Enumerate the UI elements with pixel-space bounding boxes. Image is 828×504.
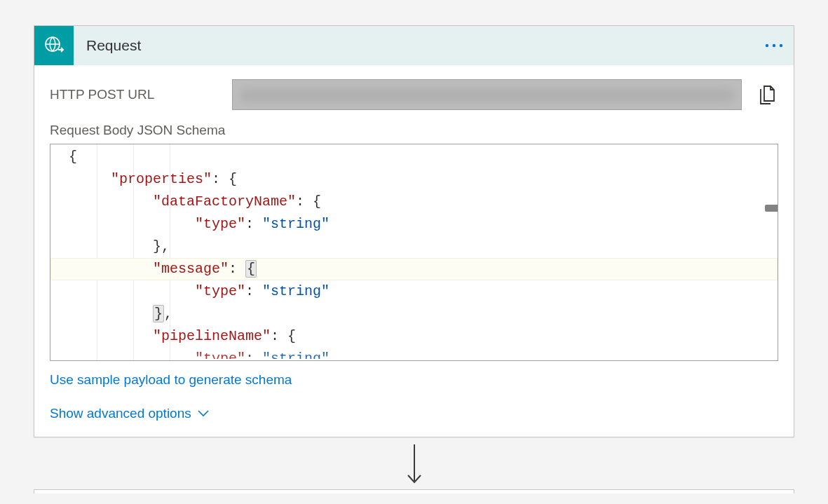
code-line: "dataFactoryName": { [50, 191, 778, 213]
show-advanced-options-toggle[interactable]: Show advanced options [50, 406, 778, 421]
more-menu-button[interactable] [754, 26, 794, 65]
code-line: "pipelineName": { [50, 325, 778, 348]
code-line: "properties": { [50, 168, 778, 191]
card-title: Request [74, 26, 754, 65]
scroll-thumb-icon[interactable] [765, 205, 778, 212]
code-line: "type": "string" [50, 348, 778, 359]
advanced-label: Show advanced options [50, 406, 191, 421]
http-post-url-field[interactable] [232, 79, 742, 110]
code-line: "message": { [50, 258, 778, 280]
request-trigger-card: Request HTTP POST URL [34, 25, 794, 437]
svg-point-1 [766, 44, 768, 47]
code-line: }, [50, 303, 778, 325]
svg-point-3 [780, 44, 782, 47]
chevron-down-icon [197, 409, 210, 418]
globe-request-icon [34, 26, 74, 65]
code-line: "type": "string" [50, 280, 778, 303]
json-schema-editor[interactable]: { "properties": { "dataFactoryName": { "… [50, 144, 778, 361]
next-card [34, 489, 794, 493]
schema-label: Request Body JSON Schema [50, 123, 778, 138]
svg-point-2 [773, 44, 775, 47]
url-value-obscured [240, 88, 734, 102]
code-line: "type": "string" [50, 213, 778, 236]
card-header[interactable]: Request [34, 26, 794, 65]
code-line: }, [50, 236, 778, 258]
copy-url-button[interactable] [756, 83, 778, 106]
http-post-url-label: HTTP POST URL [50, 87, 218, 102]
use-sample-payload-link[interactable]: Use sample payload to generate schema [50, 372, 292, 387]
code-line: { [50, 146, 778, 168]
flow-connector-arrow-icon [34, 437, 794, 486]
